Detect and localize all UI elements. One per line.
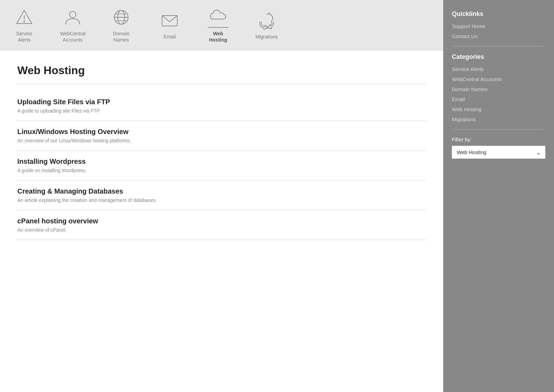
article-item: Creating & Managing DatabasesAn article … [17,180,426,210]
category-item[interactable]: Migrations [452,116,545,122]
sidebar-divider-1 [452,46,545,46]
nav-item-service-alerts[interactable]: ServiceAlerts [10,7,38,43]
person-icon [62,7,83,28]
sidebar: Quicklinks Support HomeContact Us Catego… [443,0,554,392]
nav-label-webcentral-accounts: WebCentralAccounts [60,30,86,43]
article-title[interactable]: Linux/Windows Hosting Overview [17,128,426,136]
article-item: Linux/Windows Hosting OverviewAn overvie… [17,121,426,151]
nav-label-migrations: Migrations [256,34,278,40]
title-divider [17,84,426,84]
page-title: Web Hosting [17,64,426,77]
nav-item-webcentral-accounts[interactable]: WebCentralAccounts [59,7,87,43]
main-content: ServiceAlerts WebCentralAccounts [0,0,443,392]
category-item[interactable]: WebCentral Accounts [452,76,545,82]
nav-label-domain-names: DomainNames [113,30,129,43]
category-item[interactable]: Email [452,96,545,102]
alert-icon [14,7,35,28]
svg-point-3 [70,11,76,18]
article-item: Installing WordpressA guide on installin… [17,151,426,180]
articles-list: Uploading Site Files via FTPA guide to u… [17,91,426,240]
article-description: A guide to uploading site Files via FTP [17,108,426,114]
nav-label-service-alerts: ServiceAlerts [16,30,33,43]
filter-label: Filter by: [452,136,545,142]
nav-label-email: Email [163,34,176,40]
article-title[interactable]: Uploading Site Files via FTP [17,98,426,106]
filter-select-wrap[interactable]: Service AlertsWebCentral AccountsDomain … [452,146,545,159]
quicklinks-list: Support HomeContact Us [452,23,545,39]
migration-icon [256,10,277,31]
globe-icon [111,7,132,28]
article-description: An overview of our Linux/Windows hosting… [17,138,426,143]
nav-item-web-hosting[interactable]: WebHosting [204,7,232,43]
categories-list: Service AlertsWebCentral AccountsDomain … [452,66,545,122]
svg-point-2 [24,21,25,22]
cloud-icon [208,7,229,28]
article-title[interactable]: Installing Wordpress [17,158,426,166]
category-item[interactable]: Service Alerts [452,66,545,72]
nav-item-migrations[interactable]: Migrations [253,10,280,40]
email-icon [159,10,180,31]
content-section: Web Hosting Uploading Site Files via FTP… [0,50,443,392]
nav-item-domain-names[interactable]: DomainNames [107,7,135,43]
quicklinks-title: Quicklinks [452,10,545,18]
article-item: Uploading Site Files via FTPA guide to u… [17,91,426,121]
sidebar-divider-2 [452,129,545,130]
nav-label-web-hosting: WebHosting [209,30,227,43]
article-item: cPanel hosting overviewAn overview of cP… [17,210,426,240]
top-nav: ServiceAlerts WebCentralAccounts [0,0,443,50]
article-description: A guide on installing Wordpress. [17,168,426,173]
quicklink-item[interactable]: Support Home [452,23,545,29]
filter-select[interactable]: Service AlertsWebCentral AccountsDomain … [452,146,545,159]
categories-title: Categories [452,53,545,61]
article-description: An article explaining the creation and m… [17,197,426,203]
category-item[interactable]: Web Hosting [452,106,545,112]
article-title[interactable]: Creating & Managing Databases [17,187,426,195]
article-description: An overview of cPanel. [17,227,426,233]
category-item[interactable]: Domain Names [452,86,545,92]
article-title[interactable]: cPanel hosting overview [17,217,426,225]
quicklink-item[interactable]: Contact Us [452,33,545,39]
nav-item-email[interactable]: Email [156,10,184,40]
